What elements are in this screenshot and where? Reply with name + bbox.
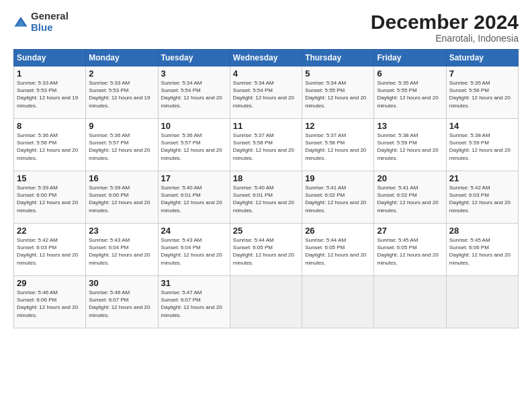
day-info: Sunrise: 5:33 AMSunset: 5:53 PMDaylight:…	[89, 80, 150, 109]
day-number: 6	[377, 68, 443, 79]
table-row: 23Sunrise: 5:43 AMSunset: 6:04 PMDayligh…	[86, 224, 158, 276]
table-row: 15Sunrise: 5:39 AMSunset: 6:00 PMDayligh…	[14, 171, 86, 224]
day-info: Sunrise: 5:44 AMSunset: 6:05 PMDaylight:…	[305, 237, 366, 266]
day-number: 13	[377, 121, 443, 131]
calendar-header: Sunday Monday Tuesday Wednesday Thursday…	[14, 50, 519, 66]
day-info: Sunrise: 5:43 AMSunset: 6:04 PMDaylight:…	[161, 237, 222, 266]
calendar-table: Sunday Monday Tuesday Wednesday Thursday…	[13, 49, 519, 328]
table-row: 6Sunrise: 5:35 AMSunset: 5:55 PMDaylight…	[374, 66, 446, 119]
day-info: Sunrise: 5:36 AMSunset: 5:56 PMDaylight:…	[17, 132, 78, 161]
day-number: 14	[449, 121, 515, 131]
day-number: 15	[17, 173, 83, 183]
table-row	[374, 276, 446, 328]
day-info: Sunrise: 5:38 AMSunset: 5:59 PMDaylight:…	[449, 132, 511, 161]
day-number: 23	[89, 226, 154, 236]
col-friday: Friday	[374, 50, 446, 66]
day-number: 17	[161, 173, 227, 183]
day-number: 18	[233, 173, 299, 183]
table-row: 14Sunrise: 5:38 AMSunset: 5:59 PMDayligh…	[446, 119, 518, 171]
day-number: 16	[89, 173, 154, 183]
day-number: 22	[17, 226, 83, 236]
table-row: 21Sunrise: 5:42 AMSunset: 6:03 PMDayligh…	[446, 171, 518, 224]
col-saturday: Saturday	[446, 50, 518, 66]
day-number: 2	[89, 68, 154, 79]
table-row: 11Sunrise: 5:37 AMSunset: 5:58 PMDayligh…	[230, 119, 302, 171]
day-info: Sunrise: 5:39 AMSunset: 6:00 PMDaylight:…	[17, 185, 78, 214]
day-number: 31	[161, 278, 227, 288]
day-info: Sunrise: 5:37 AMSunset: 5:58 PMDaylight:…	[305, 132, 366, 161]
table-row: 26Sunrise: 5:44 AMSunset: 6:05 PMDayligh…	[302, 224, 374, 276]
day-number: 4	[233, 68, 299, 79]
day-number: 30	[89, 278, 154, 288]
table-row: 18Sunrise: 5:40 AMSunset: 6:01 PMDayligh…	[230, 171, 302, 224]
table-row	[446, 276, 518, 328]
day-info: Sunrise: 5:38 AMSunset: 5:59 PMDaylight:…	[377, 132, 438, 161]
day-info: Sunrise: 5:35 AMSunset: 5:55 PMDaylight:…	[377, 80, 438, 109]
day-info: Sunrise: 5:34 AMSunset: 5:54 PMDaylight:…	[233, 80, 294, 109]
table-row: 17Sunrise: 5:40 AMSunset: 6:01 PMDayligh…	[158, 171, 230, 224]
day-info: Sunrise: 5:42 AMSunset: 6:03 PMDaylight:…	[17, 237, 78, 266]
day-info: Sunrise: 5:46 AMSunset: 6:07 PMDaylight:…	[89, 289, 150, 318]
table-row	[302, 276, 374, 328]
table-row: 1Sunrise: 5:33 AMSunset: 5:53 PMDaylight…	[14, 66, 86, 119]
col-thursday: Thursday	[302, 50, 374, 66]
table-row: 31Sunrise: 5:47 AMSunset: 6:07 PMDayligh…	[158, 276, 230, 328]
table-row: 2Sunrise: 5:33 AMSunset: 5:53 PMDaylight…	[86, 66, 158, 119]
header: General Blue December 2024 Enarotali, In…	[13, 11, 519, 44]
day-info: Sunrise: 5:37 AMSunset: 5:58 PMDaylight:…	[233, 132, 294, 161]
day-number: 10	[161, 121, 227, 131]
day-info: Sunrise: 5:45 AMSunset: 6:05 PMDaylight:…	[377, 237, 438, 266]
logo: General Blue	[13, 11, 69, 33]
col-tuesday: Tuesday	[158, 50, 230, 66]
day-info: Sunrise: 5:45 AMSunset: 6:06 PMDaylight:…	[449, 237, 511, 266]
table-row: 19Sunrise: 5:41 AMSunset: 6:02 PMDayligh…	[302, 171, 374, 224]
day-number: 3	[161, 68, 227, 79]
day-number: 26	[305, 226, 371, 236]
day-info: Sunrise: 5:41 AMSunset: 6:02 PMDaylight:…	[377, 185, 438, 214]
day-number: 1	[17, 68, 83, 79]
day-number: 9	[89, 121, 154, 131]
day-info: Sunrise: 5:34 AMSunset: 5:55 PMDaylight:…	[305, 80, 366, 109]
day-info: Sunrise: 5:36 AMSunset: 5:57 PMDaylight:…	[161, 132, 222, 161]
day-number: 28	[449, 226, 515, 236]
day-number: 5	[305, 68, 371, 79]
col-sunday: Sunday	[14, 50, 86, 66]
day-info: Sunrise: 5:40 AMSunset: 6:01 PMDaylight:…	[233, 185, 294, 214]
table-row: 16Sunrise: 5:39 AMSunset: 6:00 PMDayligh…	[86, 171, 158, 224]
col-wednesday: Wednesday	[230, 50, 302, 66]
table-row: 30Sunrise: 5:46 AMSunset: 6:07 PMDayligh…	[86, 276, 158, 328]
table-row: 8Sunrise: 5:36 AMSunset: 5:56 PMDaylight…	[14, 119, 86, 171]
table-row: 24Sunrise: 5:43 AMSunset: 6:04 PMDayligh…	[158, 224, 230, 276]
calendar-page: General Blue December 2024 Enarotali, In…	[0, 0, 532, 411]
day-info: Sunrise: 5:43 AMSunset: 6:04 PMDaylight:…	[89, 237, 150, 266]
day-info: Sunrise: 5:47 AMSunset: 6:07 PMDaylight:…	[161, 289, 222, 318]
day-number: 24	[161, 226, 227, 236]
day-number: 25	[233, 226, 299, 236]
day-info: Sunrise: 5:44 AMSunset: 6:05 PMDaylight:…	[233, 237, 294, 266]
table-row: 10Sunrise: 5:36 AMSunset: 5:57 PMDayligh…	[158, 119, 230, 171]
table-row: 7Sunrise: 5:35 AMSunset: 5:56 PMDaylight…	[446, 66, 518, 119]
day-info: Sunrise: 5:42 AMSunset: 6:03 PMDaylight:…	[449, 185, 511, 214]
table-row: 13Sunrise: 5:38 AMSunset: 5:59 PMDayligh…	[374, 119, 446, 171]
table-row: 25Sunrise: 5:44 AMSunset: 6:05 PMDayligh…	[230, 224, 302, 276]
day-info: Sunrise: 5:46 AMSunset: 6:06 PMDaylight:…	[17, 289, 78, 318]
table-row: 22Sunrise: 5:42 AMSunset: 6:03 PMDayligh…	[14, 224, 86, 276]
table-row: 12Sunrise: 5:37 AMSunset: 5:58 PMDayligh…	[302, 119, 374, 171]
day-number: 8	[17, 121, 83, 131]
calendar-subtitle: Enarotali, Indonesia	[371, 33, 519, 44]
table-row: 27Sunrise: 5:45 AMSunset: 6:05 PMDayligh…	[374, 224, 446, 276]
table-row: 28Sunrise: 5:45 AMSunset: 6:06 PMDayligh…	[446, 224, 518, 276]
day-number: 19	[305, 173, 371, 183]
day-info: Sunrise: 5:34 AMSunset: 5:54 PMDaylight:…	[161, 80, 222, 109]
logo-general: General	[31, 11, 69, 22]
day-info: Sunrise: 5:40 AMSunset: 6:01 PMDaylight:…	[161, 185, 222, 214]
day-info: Sunrise: 5:35 AMSunset: 5:56 PMDaylight:…	[449, 80, 511, 109]
col-monday: Monday	[86, 50, 158, 66]
table-row: 5Sunrise: 5:34 AMSunset: 5:55 PMDaylight…	[302, 66, 374, 119]
table-row: 4Sunrise: 5:34 AMSunset: 5:54 PMDaylight…	[230, 66, 302, 119]
day-info: Sunrise: 5:39 AMSunset: 6:00 PMDaylight:…	[89, 185, 150, 214]
day-info: Sunrise: 5:41 AMSunset: 6:02 PMDaylight:…	[305, 185, 366, 214]
logo-text: General Blue	[31, 11, 69, 33]
day-info: Sunrise: 5:36 AMSunset: 5:57 PMDaylight:…	[89, 132, 150, 161]
day-number: 21	[449, 173, 515, 183]
